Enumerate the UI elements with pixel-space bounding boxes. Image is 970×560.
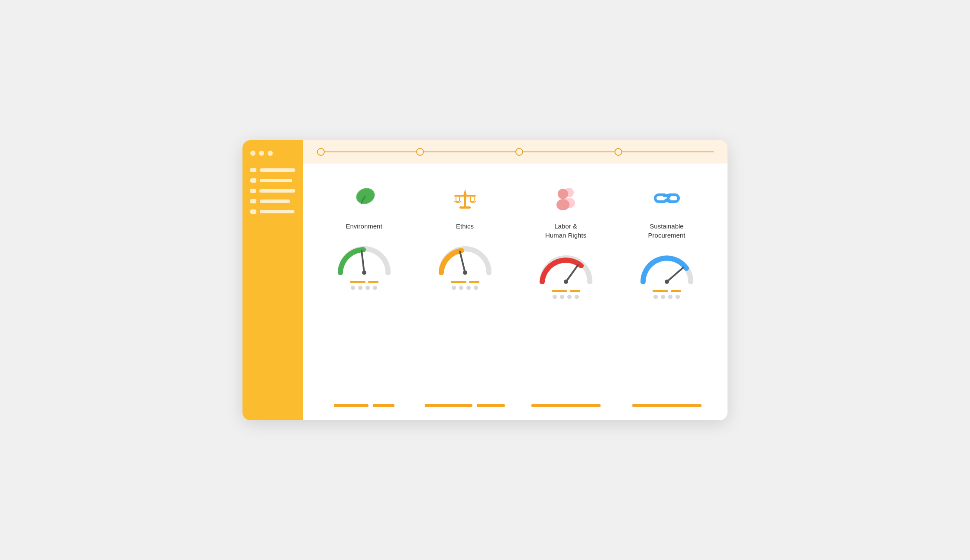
- labor-score-dots: [553, 295, 579, 299]
- sidebar-item[interactable]: [250, 189, 295, 193]
- ethics-score-dots: [452, 286, 478, 290]
- labor-card[interactable]: Labor &Human Rights: [515, 181, 616, 299]
- ethics-gauge-svg: [435, 240, 495, 275]
- procurement-label: SustainableProcurement: [648, 222, 685, 240]
- sidebar-item[interactable]: [250, 168, 295, 172]
- svg-point-26: [665, 280, 669, 284]
- bottom-bar: [632, 404, 702, 407]
- svg-marker-13: [463, 189, 467, 195]
- score-bar: [671, 290, 681, 292]
- sidebar-item[interactable]: [250, 178, 295, 183]
- bottom-bar: [477, 404, 505, 407]
- svg-point-15: [463, 270, 467, 275]
- procurement-score-dots: [653, 295, 680, 299]
- svg-line-14: [460, 251, 465, 273]
- labor-label: Labor &Human Rights: [545, 222, 586, 240]
- step-3[interactable]: [515, 148, 523, 156]
- sidebar-icon: [250, 178, 256, 183]
- score-dot: [358, 286, 362, 290]
- svg-line-25: [667, 267, 683, 282]
- procurement-icon-container: [650, 181, 684, 216]
- score-dot: [560, 295, 564, 299]
- sidebar-label: [260, 210, 294, 213]
- procurement-bottom-bars: [616, 404, 717, 407]
- score-dot: [653, 295, 658, 299]
- score-bar: [368, 281, 378, 283]
- bottom-bar: [531, 404, 601, 407]
- svg-rect-5: [459, 206, 471, 209]
- score-dot: [452, 286, 456, 290]
- sidebar-dot-3: [268, 151, 273, 156]
- score-dot: [676, 295, 680, 299]
- score-dot: [474, 286, 478, 290]
- labor-icon-container: [549, 181, 583, 216]
- svg-rect-4: [464, 195, 466, 207]
- ethics-bottom-bars: [414, 404, 515, 407]
- bottom-bars-area: [303, 399, 728, 420]
- score-dot: [466, 286, 471, 290]
- environment-icon: [349, 183, 379, 213]
- labor-score-bars: [552, 290, 580, 292]
- step-line-3: [523, 151, 614, 152]
- sidebar: [242, 140, 303, 420]
- step-4[interactable]: [614, 148, 622, 156]
- sidebar-icon: [250, 209, 256, 214]
- procurement-card[interactable]: SustainableProcurement: [616, 181, 717, 299]
- labor-gauge-svg: [536, 249, 596, 284]
- svg-point-3: [362, 270, 366, 275]
- step-2[interactable]: [416, 148, 424, 156]
- ethics-icon: [450, 183, 480, 213]
- ethics-icon-container: [448, 181, 482, 216]
- environment-bottom-bars: [314, 404, 414, 407]
- score-dot: [351, 286, 355, 290]
- environment-icon-container: [347, 181, 382, 216]
- labor-bottom-bars: [515, 404, 616, 407]
- step-1[interactable]: [317, 148, 325, 156]
- environment-label: Environment: [346, 222, 382, 231]
- score-bar: [653, 290, 668, 292]
- sidebar-label: [260, 168, 295, 172]
- sidebar-label: [260, 179, 292, 182]
- sidebar-icon: [250, 189, 256, 193]
- ethics-card[interactable]: Ethics: [414, 181, 515, 290]
- score-bar: [350, 281, 365, 283]
- environment-card[interactable]: Environment: [314, 181, 414, 290]
- score-bar: [552, 290, 567, 292]
- sidebar-label: [260, 200, 290, 203]
- score-dot: [373, 286, 377, 290]
- labor-gauge: [536, 249, 596, 284]
- procurement-score-bars: [653, 290, 681, 292]
- score-dot: [365, 286, 370, 290]
- environment-score-dots: [351, 286, 377, 290]
- ethics-gauge: [435, 240, 495, 275]
- step-line-4: [622, 151, 714, 152]
- sidebar-dots: [250, 151, 295, 156]
- svg-point-21: [564, 280, 568, 284]
- score-dot: [553, 295, 557, 299]
- bottom-bar: [334, 404, 369, 407]
- sidebar-dot-2: [259, 151, 264, 156]
- sidebar-item[interactable]: [250, 199, 295, 203]
- procurement-icon: [652, 183, 682, 213]
- svg-line-20: [566, 265, 578, 282]
- labor-icon: [551, 183, 581, 213]
- bottom-bar: [425, 404, 472, 407]
- step-line-2: [424, 151, 515, 152]
- svg-line-2: [362, 251, 364, 273]
- environment-gauge-svg: [334, 240, 394, 275]
- score-dot: [668, 295, 673, 299]
- sidebar-menu: [250, 168, 295, 214]
- svg-rect-6: [454, 195, 476, 197]
- app-window: Environment: [242, 140, 728, 420]
- sidebar-dot-1: [250, 151, 255, 156]
- sidebar-item[interactable]: [250, 209, 295, 214]
- main-content: Environment: [303, 140, 728, 420]
- step-line-1: [325, 151, 416, 152]
- environment-gauge: [334, 240, 394, 275]
- score-bar: [469, 281, 479, 283]
- sidebar-label: [259, 189, 295, 193]
- environment-score-bars: [350, 281, 378, 283]
- score-bar: [570, 290, 580, 292]
- procurement-gauge-svg: [637, 249, 697, 284]
- score-dot: [575, 295, 579, 299]
